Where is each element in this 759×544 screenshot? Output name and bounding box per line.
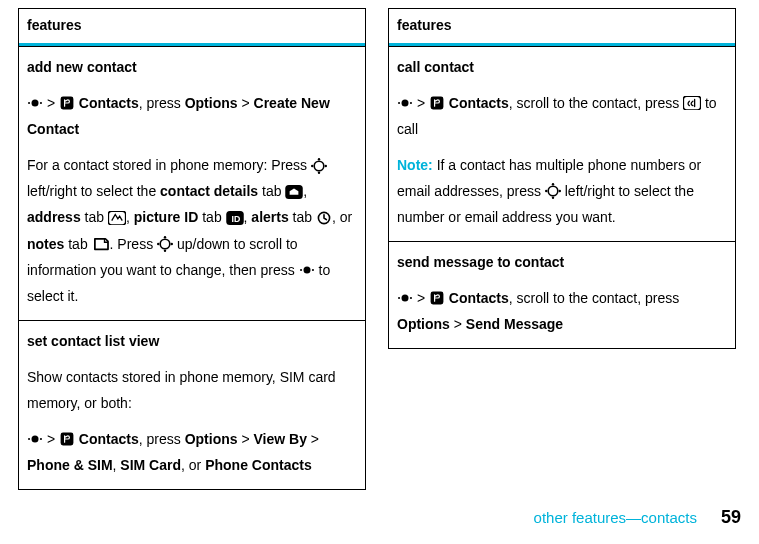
call-contact-title: call contact — [397, 55, 727, 81]
picture-id-tab-icon — [226, 205, 244, 231]
contact-details-label: contact details — [160, 183, 258, 199]
view-by-label: View By — [254, 431, 307, 447]
send-key-icon — [683, 90, 701, 116]
home-tab-icon — [285, 178, 303, 204]
nav-key-icon — [311, 152, 327, 178]
text: , — [303, 183, 307, 199]
section-add-new-contact: add new contact > Contacts, press Option… — [19, 46, 365, 320]
contacts-app-icon — [59, 90, 75, 116]
phone-contacts-label: Phone Contacts — [205, 457, 312, 473]
nav-key-icon — [545, 178, 561, 204]
contacts-label: Contacts — [79, 95, 139, 111]
text: , scroll to the contact, press — [509, 95, 683, 111]
note-label: Note: — [397, 157, 437, 173]
set-view-desc: Show contacts stored in phone memory, SI… — [27, 365, 357, 417]
page-footer: other features—contacts59 — [534, 501, 741, 534]
text: > — [47, 431, 55, 447]
text: > — [307, 431, 319, 447]
text: , press — [139, 95, 185, 111]
notes-label: notes — [27, 236, 64, 252]
contacts-label: Contacts — [79, 431, 139, 447]
send-message-title: send message to contact — [397, 250, 727, 276]
text: , press — [139, 431, 185, 447]
text: , scroll to the contact, press — [509, 290, 679, 306]
contacts-app-icon — [429, 90, 445, 116]
text: . Press — [110, 236, 157, 252]
options-label: Options — [185, 431, 238, 447]
text: > — [238, 95, 254, 111]
nav-key-icon — [157, 231, 173, 257]
center-key-icon — [27, 90, 43, 116]
send-message-label: Send Message — [466, 316, 563, 332]
alerts-label: alerts — [251, 209, 288, 225]
right-header: features — [389, 9, 735, 46]
contacts-app-icon — [59, 426, 75, 452]
sim-card-label: SIM Card — [120, 457, 181, 473]
contacts-label: Contacts — [449, 290, 509, 306]
text: > — [417, 95, 425, 111]
contacts-label: Contacts — [449, 95, 509, 111]
text: left/right to select the — [27, 183, 160, 199]
set-view-title: set contact list view — [27, 329, 357, 355]
options-label: Options — [185, 95, 238, 111]
alerts-tab-icon — [316, 205, 332, 231]
add-contact-title: add new contact — [27, 55, 357, 81]
notes-tab-icon — [92, 231, 110, 257]
section-call-contact: call contact > Contacts, scroll to the c… — [389, 46, 735, 241]
left-features-box: features add new contact > Contacts, pre… — [18, 8, 366, 490]
text: , — [126, 209, 134, 225]
page-number: 59 — [721, 507, 741, 527]
address-tab-icon — [108, 205, 126, 231]
text: tab — [81, 209, 108, 225]
center-key-icon — [397, 90, 413, 116]
center-key-icon — [27, 426, 43, 452]
text: > — [238, 431, 254, 447]
address-label: address — [27, 209, 81, 225]
left-header: features — [19, 9, 365, 46]
picture-id-label: picture ID — [134, 209, 199, 225]
text: For a contact stored in phone memory: Pr… — [27, 157, 311, 173]
text: tab — [258, 183, 285, 199]
text: > — [47, 95, 55, 111]
section-send-message: send message to contact > Contacts, scro… — [389, 241, 735, 348]
phone-and-sim-label: Phone & SIM — [27, 457, 113, 473]
center-key-icon — [299, 257, 315, 283]
text: > — [450, 316, 466, 332]
text: , or — [181, 457, 205, 473]
contacts-app-icon — [429, 285, 445, 311]
center-key-icon — [397, 285, 413, 311]
text: tab — [289, 209, 316, 225]
text: , or — [332, 209, 352, 225]
section-set-contact-list-view: set contact list view Show contacts stor… — [19, 320, 365, 489]
options-label: Options — [397, 316, 450, 332]
text: tab — [64, 236, 91, 252]
text: tab — [198, 209, 225, 225]
footer-crumb: other features—contacts — [534, 509, 697, 526]
right-features-box: features call contact > Contacts, scroll… — [388, 8, 736, 349]
text: > — [417, 290, 425, 306]
